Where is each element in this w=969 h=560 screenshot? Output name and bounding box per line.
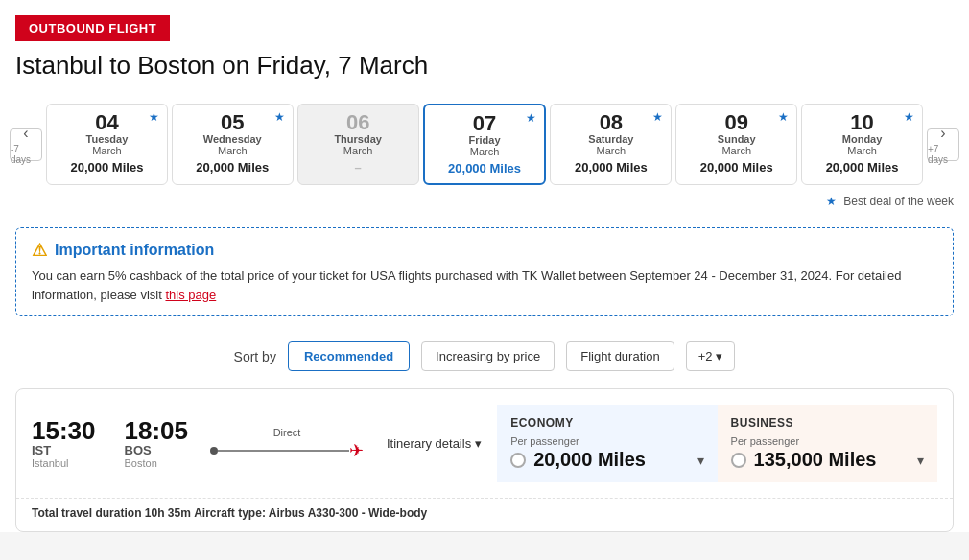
itinerary-details-button[interactable]: Itinerary details ▾: [387, 436, 482, 451]
date-price: 20,000 Miles: [53, 160, 161, 175]
date-day-name: Monday: [808, 133, 916, 145]
business-option[interactable]: BUSINESS Per passenger 135,000 Miles ▾: [718, 405, 937, 482]
arrive-iata: BOS: [125, 443, 189, 457]
date-day-num: 04: [53, 112, 161, 133]
cabin-options: ECONOMY Per passenger 20,000 Miles ▾ BUS…: [497, 405, 937, 482]
flight-row: 15:30 IST Istanbul 18:05 BOS Boston Dire…: [16, 389, 953, 490]
date-month: March: [682, 145, 791, 156]
star-icon: ★: [274, 110, 285, 124]
date-month: March: [178, 145, 287, 156]
date-day-num: 10: [808, 112, 916, 133]
outbound-badge: OUTBOUND FLIGHT: [15, 15, 170, 41]
date-month: March: [53, 145, 161, 156]
sort-more-button[interactable]: +2 ▾: [686, 341, 736, 371]
date-card-09[interactable]: ★ 09 Sunday March 20,000 Miles: [675, 104, 797, 185]
plane-icon: ✈: [349, 440, 364, 461]
date-month: March: [431, 146, 539, 157]
date-cards: ★ 04 Tuesday March 20,000 Miles ★ 05 Wed…: [46, 104, 923, 185]
aircraft-type: Aircraft type: Airbus A330-300 - Wide-bo…: [194, 506, 427, 520]
flight-path: ✈: [210, 440, 364, 461]
star-icon: ★: [526, 111, 536, 125]
economy-radio[interactable]: [510, 453, 526, 468]
flight-result: 15:30 IST Istanbul 18:05 BOS Boston Dire…: [15, 388, 954, 532]
info-box: ⚠ Important information You can earn 5% …: [15, 227, 954, 316]
date-day-name: Wednesday: [178, 133, 287, 145]
economy-header: ECONOMY: [510, 416, 703, 430]
date-day-name: Thursday: [304, 133, 413, 145]
direct-label: Direct: [273, 427, 301, 438]
warning-icon: ⚠: [32, 240, 47, 261]
info-box-link[interactable]: this page: [165, 288, 216, 302]
date-day-num: 06: [304, 112, 413, 133]
sort-duration-button[interactable]: Flight duration: [566, 341, 674, 371]
date-price: 20,000 Miles: [431, 161, 539, 175]
sort-label: Sort by: [234, 349, 276, 364]
date-card-04[interactable]: ★ 04 Tuesday March 20,000 Miles: [46, 104, 168, 185]
date-price: 20,000 Miles: [556, 160, 665, 175]
depart-city: Istanbul: [32, 457, 96, 469]
info-box-title: ⚠ Important information: [32, 240, 937, 261]
date-day-name: Friday: [431, 134, 539, 146]
date-month: March: [304, 145, 413, 156]
date-day-num: 09: [682, 112, 791, 133]
depart-time: 15:30: [32, 418, 96, 443]
date-card-07[interactable]: ★ 07 Friday March 20,000 Miles: [423, 104, 547, 185]
star-icon: ★: [904, 110, 914, 124]
date-day-name: Sunday: [682, 133, 791, 145]
best-deal-label: ★ Best deal of the week: [0, 193, 969, 218]
star-icon: ★: [149, 110, 159, 124]
date-price: –: [304, 160, 413, 175]
business-price: 135,000 Miles: [754, 449, 877, 471]
sort-recommended-button[interactable]: Recommended: [288, 341, 410, 371]
next-date-button[interactable]: › +7 days: [927, 128, 959, 161]
date-day-name: Saturday: [556, 133, 665, 145]
flight-line: Direct ✈: [210, 427, 364, 461]
flight-track: [218, 450, 349, 452]
flight-times: 15:30 IST Istanbul 18:05 BOS Boston: [32, 418, 195, 469]
origin-dot: [210, 447, 218, 455]
date-price: 20,000 Miles: [682, 160, 791, 175]
depart-iata: IST: [32, 443, 96, 457]
date-card-08[interactable]: ★ 08 Saturday March 20,000 Miles: [550, 104, 672, 185]
info-box-body: You can earn 5% cashback of the total pr…: [32, 267, 937, 304]
business-chevron-icon[interactable]: ▾: [917, 453, 924, 468]
arrive-city: Boston: [125, 457, 189, 469]
chevron-down-icon: ▾: [716, 349, 722, 363]
date-month: March: [556, 145, 665, 156]
date-price: 20,000 Miles: [178, 160, 287, 175]
date-month: March: [808, 145, 916, 156]
sort-section: Sort by Recommended Increasing by price …: [0, 326, 969, 381]
page-title: Istanbul to Boston on Friday, 7 March: [0, 51, 969, 96]
date-selector: ‹ -7 days ★ 04 Tuesday March 20,000 Mile…: [0, 96, 969, 193]
sort-price-button[interactable]: Increasing by price: [421, 341, 555, 371]
chevron-down-icon: ▾: [475, 436, 482, 451]
business-radio[interactable]: [731, 453, 746, 468]
star-icon: ★: [826, 195, 837, 208]
economy-per-pax: Per passenger: [510, 435, 703, 447]
date-card-10[interactable]: ★ 10 Monday March 20,000 Miles: [801, 104, 923, 185]
flight-duration: 10h 35m: [145, 506, 191, 520]
star-icon: ★: [778, 110, 789, 124]
date-day-num: 07: [431, 113, 539, 134]
date-day-name: Tuesday: [53, 133, 161, 145]
economy-option[interactable]: ECONOMY Per passenger 20,000 Miles ▾: [497, 405, 717, 482]
date-card-05[interactable]: ★ 05 Wednesday March 20,000 Miles: [172, 104, 294, 185]
economy-price: 20,000 Miles: [533, 449, 646, 471]
arrive-time: 18:05: [125, 418, 189, 443]
economy-chevron-icon[interactable]: ▾: [697, 453, 704, 468]
flight-footer: Total travel duration 10h 35m Aircraft t…: [16, 498, 953, 531]
business-per-pax: Per passenger: [731, 435, 924, 447]
business-header: BUSINESS: [731, 416, 924, 430]
date-price: 20,000 Miles: [808, 160, 916, 175]
star-icon: ★: [652, 110, 663, 124]
prev-date-button[interactable]: ‹ -7 days: [10, 128, 42, 161]
business-price-row: 135,000 Miles ▾: [731, 449, 924, 471]
date-day-num: 05: [178, 112, 287, 133]
date-day-num: 08: [556, 112, 665, 133]
date-card-06: 06 Thursday March –: [297, 104, 419, 185]
economy-price-row: 20,000 Miles ▾: [510, 449, 703, 471]
